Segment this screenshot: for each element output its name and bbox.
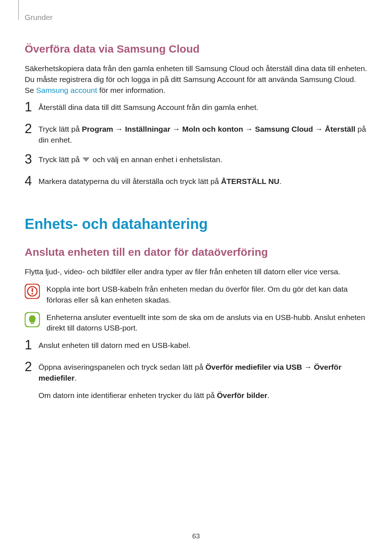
step-item: 3 Tryck lätt på och välj en annan enhet … xyxy=(25,154,367,167)
step-post: . xyxy=(279,177,282,185)
warning-icon xyxy=(25,284,46,300)
heading-transfer-via-cloud: Överföra data via Samsung Cloud xyxy=(25,43,367,55)
steps-list-transfer: 1 Anslut enheten till datorn med en USB-… xyxy=(25,340,367,401)
step-post: och välj en annan enhet i enhetslistan. xyxy=(90,155,222,164)
note-icon xyxy=(25,312,46,329)
step-item: 1 Återställ dina data till ditt Samsung … xyxy=(25,102,367,115)
page-number: 63 xyxy=(0,532,392,540)
intro-paragraph-transfer: Flytta ljud-, video- och bildfiler eller… xyxy=(25,266,367,277)
callout-note: Enheterna ansluter eventuellt inte som d… xyxy=(25,312,367,334)
heading-connect-to-computer: Ansluta enheten till en dator för dataöv… xyxy=(25,246,367,258)
svg-point-4 xyxy=(32,293,33,295)
step-item: 4 Markera datatyperna du vill återställa… xyxy=(25,176,367,189)
step-pre: Tryck lätt på xyxy=(38,155,82,164)
page-content: Grunder Överföra data via Samsung Cloud … xyxy=(25,13,367,410)
callout-warning: Koppla inte bort USB-kabeln från enheten… xyxy=(25,284,367,305)
step-number: 3 xyxy=(25,153,38,166)
step-pre: Markera datatyperna du vill återställa o… xyxy=(38,177,221,185)
step-sub-pre: Om datorn inte identifierar enheten tryc… xyxy=(38,391,217,399)
step-text: Tryck lätt på Program → Inställningar → … xyxy=(38,124,367,145)
steps-list-cloud: 1 Återställ dina data till ditt Samsung … xyxy=(25,102,367,189)
step-item: 1 Anslut enheten till datorn med en USB-… xyxy=(25,340,367,353)
step-number: 2 xyxy=(25,360,38,373)
svg-marker-0 xyxy=(82,157,90,162)
step-number: 1 xyxy=(25,100,38,114)
dropdown-triangle-icon xyxy=(82,155,90,165)
step-bold: Program → Inställningar → Moln och konto… xyxy=(82,125,355,133)
step-text: Markera datatyperna du vill återställa o… xyxy=(38,176,367,187)
svg-rect-6 xyxy=(31,323,34,324)
callout-text: Koppla inte bort USB-kabeln från enheten… xyxy=(46,284,367,305)
svg-rect-3 xyxy=(32,288,33,292)
step-bold: ÅTERSTÄLL NU xyxy=(221,177,279,185)
step-post: . xyxy=(74,374,77,382)
step-pre: Öppna aviseringspanelen och tryck sedan … xyxy=(38,363,205,371)
link-samsung-account[interactable]: Samsung account xyxy=(36,86,97,94)
step-pre: Tryck lätt på xyxy=(38,125,82,133)
page-left-rule xyxy=(18,0,19,20)
section-breadcrumb: Grunder xyxy=(25,13,367,22)
step-text: Anslut enheten till datorn med en USB-ka… xyxy=(38,340,367,351)
intro-post: för mer information. xyxy=(97,86,166,94)
step-sub-bold: Överför bilder xyxy=(217,391,267,399)
step-text: Tryck lätt på och välj en annan enhet i … xyxy=(38,154,367,165)
step-subtext: Om datorn inte identifierar enheten tryc… xyxy=(38,390,367,401)
callout-text: Enheterna ansluter eventuellt inte som d… xyxy=(46,312,367,334)
intro-paragraph-cloud: Säkerhetskopiera data från den gamla enh… xyxy=(25,63,367,95)
step-sub-post: . xyxy=(267,391,269,399)
step-item: 2 Öppna aviseringspanelen och tryck seda… xyxy=(25,362,367,401)
heading-device-data-management: Enhets- och datahantering xyxy=(25,216,367,232)
step-text: Öppna aviseringspanelen och tryck sedan … xyxy=(38,362,367,401)
step-number: 2 xyxy=(25,122,38,135)
step-number: 1 xyxy=(25,338,38,352)
step-text: Återställ dina data till ditt Samsung Ac… xyxy=(38,102,367,113)
step-number: 4 xyxy=(25,175,38,188)
step-item: 2 Tryck lätt på Program → Inställningar … xyxy=(25,124,367,145)
